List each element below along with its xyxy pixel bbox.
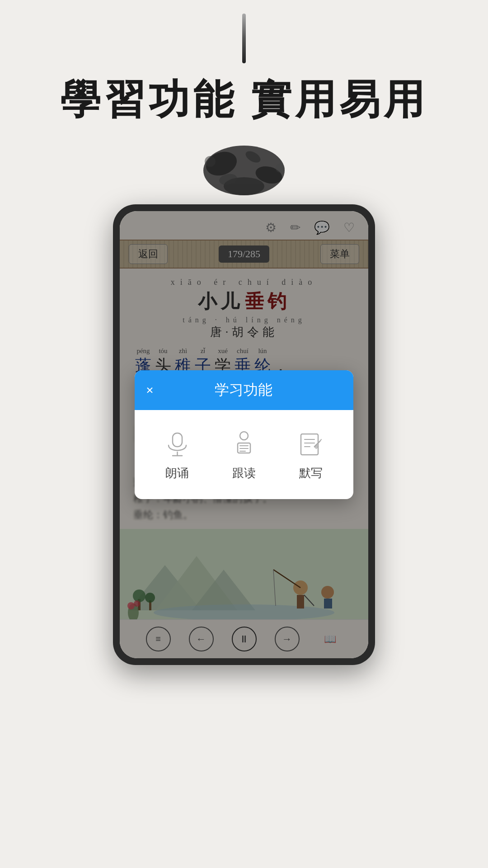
learning-features-dialog: × 学习功能 朗诵 (135, 370, 353, 499)
svg-point-5 (205, 156, 216, 167)
ink-blob-illustration (185, 132, 303, 204)
svg-line-41 (320, 439, 321, 441)
dialog-title: 学习功能 (163, 380, 324, 400)
phone-mockup: ⚙ ✏ 💬 ♡ 返回 179/285 菜单 xiāo ér chuí diào … (113, 204, 375, 665)
recite-label: 朗诵 (165, 465, 189, 481)
follow-read-label: 跟读 (232, 465, 256, 481)
dialog-body: 朗诵 跟读 (135, 410, 353, 499)
svg-point-30 (240, 432, 248, 440)
dialog-overlay: × 学习功能 朗诵 (120, 211, 368, 658)
svg-marker-40 (314, 445, 318, 448)
microphone-icon (161, 428, 193, 460)
dialog-header: × 学习功能 (135, 370, 353, 410)
svg-rect-27 (173, 433, 182, 447)
phone-screen: ⚙ ✏ 💬 ♡ 返回 179/285 菜单 xiāo ér chuí diào … (120, 211, 368, 658)
recite-item[interactable]: 朗诵 (161, 428, 193, 481)
person-reading-icon (228, 428, 260, 460)
svg-rect-35 (301, 434, 318, 455)
dictation-item[interactable]: 默写 (295, 428, 327, 481)
follow-read-item[interactable]: 跟读 (228, 428, 260, 481)
ink-drip-top (242, 14, 246, 63)
dialog-close-button[interactable]: × (146, 382, 154, 398)
edit-paper-icon (295, 428, 327, 460)
top-section: 學習功能 實用易用 (0, 0, 488, 204)
svg-point-6 (276, 164, 285, 173)
dictation-label: 默写 (299, 465, 323, 481)
page-main-title: 學習功能 實用易用 (60, 72, 428, 127)
